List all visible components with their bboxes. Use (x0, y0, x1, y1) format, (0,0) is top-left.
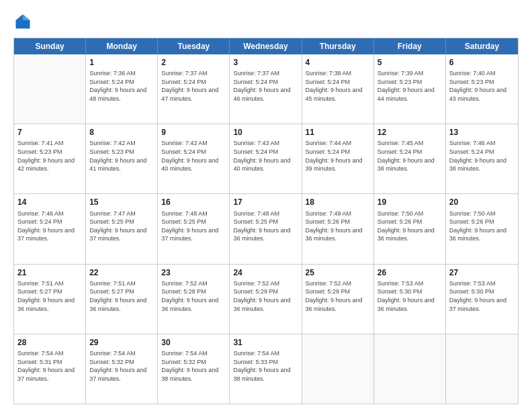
cell-info: Sunrise: 7:51 AMSunset: 5:27 PMDaylight:… (89, 279, 154, 313)
cell-info: Sunrise: 7:48 AMSunset: 5:25 PMDaylight:… (233, 210, 298, 243)
day-number: 12 (378, 127, 442, 138)
day-number: 9 (161, 127, 226, 138)
day-number: 25 (306, 267, 370, 278)
header-day-monday: Monday (86, 38, 158, 54)
cell-info: Sunrise: 7:39 AMSunset: 5:23 PMDaylight:… (378, 69, 442, 103)
cal-cell-23: 23Sunrise: 7:52 AMSunset: 5:28 PMDayligh… (158, 265, 230, 334)
day-number: 8 (89, 127, 154, 138)
cell-info: Sunrise: 7:44 AMSunset: 5:24 PMDaylight:… (306, 139, 370, 173)
cal-cell-31: 31Sunrise: 7:54 AMSunset: 5:33 PMDayligh… (230, 334, 302, 404)
cal-cell-7: 7Sunrise: 7:41 AMSunset: 5:23 PMDaylight… (14, 124, 86, 193)
day-number: 13 (449, 127, 515, 138)
day-number: 1 (89, 57, 154, 68)
cell-info: Sunrise: 7:54 AMSunset: 5:32 PMDaylight:… (89, 349, 154, 383)
header-day-tuesday: Tuesday (158, 38, 230, 54)
cell-info: Sunrise: 7:42 AMSunset: 5:23 PMDaylight:… (89, 139, 154, 173)
cell-info: Sunrise: 7:43 AMSunset: 5:24 PMDaylight:… (233, 139, 298, 173)
day-number: 23 (161, 267, 226, 278)
cal-cell-2: 2Sunrise: 7:37 AMSunset: 5:24 PMDaylight… (158, 54, 230, 124)
cell-info: Sunrise: 7:47 AMSunset: 5:25 PMDaylight:… (89, 210, 154, 243)
day-number: 15 (89, 197, 154, 208)
cal-cell-11: 11Sunrise: 7:44 AMSunset: 5:24 PMDayligh… (302, 124, 374, 193)
day-number: 27 (449, 267, 515, 278)
cal-cell-27: 27Sunrise: 7:53 AMSunset: 5:30 PMDayligh… (446, 265, 518, 334)
day-number: 5 (378, 57, 442, 68)
day-number: 14 (17, 197, 82, 208)
cal-cell-25: 25Sunrise: 7:52 AMSunset: 5:29 PMDayligh… (302, 265, 374, 334)
day-number: 30 (161, 337, 226, 348)
day-number: 18 (306, 197, 370, 208)
day-number: 29 (89, 337, 154, 348)
cell-info: Sunrise: 7:54 AMSunset: 5:32 PMDaylight:… (161, 349, 226, 383)
day-number: 3 (233, 57, 298, 68)
cal-cell-30: 30Sunrise: 7:54 AMSunset: 5:32 PMDayligh… (158, 334, 230, 404)
cal-cell-8: 8Sunrise: 7:42 AMSunset: 5:23 PMDaylight… (86, 124, 158, 193)
cal-cell-empty-4 (302, 334, 374, 404)
cal-cell-17: 17Sunrise: 7:48 AMSunset: 5:25 PMDayligh… (230, 194, 302, 263)
day-number: 19 (378, 197, 442, 208)
logo-icon (13, 12, 32, 31)
cell-info: Sunrise: 7:46 AMSunset: 5:24 PMDaylight:… (17, 210, 82, 243)
cell-info: Sunrise: 7:46 AMSunset: 5:24 PMDaylight:… (449, 139, 515, 173)
week-row-1: 1Sunrise: 7:36 AMSunset: 5:24 PMDaylight… (14, 54, 518, 124)
cell-info: Sunrise: 7:50 AMSunset: 5:26 PMDaylight:… (378, 210, 442, 243)
week-row-2: 7Sunrise: 7:41 AMSunset: 5:23 PMDaylight… (14, 124, 518, 194)
day-number: 4 (306, 57, 370, 68)
cell-info: Sunrise: 7:53 AMSunset: 5:30 PMDaylight:… (449, 279, 515, 313)
cell-info: Sunrise: 7:38 AMSunset: 5:24 PMDaylight:… (306, 69, 370, 103)
cal-cell-16: 16Sunrise: 7:48 AMSunset: 5:25 PMDayligh… (158, 194, 230, 263)
cell-info: Sunrise: 7:41 AMSunset: 5:23 PMDaylight:… (17, 139, 82, 173)
cal-cell-20: 20Sunrise: 7:50 AMSunset: 5:26 PMDayligh… (446, 194, 518, 263)
week-row-4: 21Sunrise: 7:51 AMSunset: 5:27 PMDayligh… (14, 265, 518, 334)
cal-cell-5: 5Sunrise: 7:39 AMSunset: 5:23 PMDaylight… (374, 54, 446, 124)
svg-marker-2 (16, 15, 24, 21)
day-number: 22 (89, 267, 154, 278)
day-number: 2 (161, 57, 226, 68)
cell-info: Sunrise: 7:53 AMSunset: 5:30 PMDaylight:… (378, 279, 442, 313)
cal-cell-6: 6Sunrise: 7:40 AMSunset: 5:23 PMDaylight… (446, 54, 518, 124)
cal-cell-22: 22Sunrise: 7:51 AMSunset: 5:27 PMDayligh… (86, 265, 158, 334)
cal-cell-26: 26Sunrise: 7:53 AMSunset: 5:30 PMDayligh… (374, 265, 446, 334)
week-row-3: 14Sunrise: 7:46 AMSunset: 5:24 PMDayligh… (14, 194, 518, 264)
cal-cell-19: 19Sunrise: 7:50 AMSunset: 5:26 PMDayligh… (374, 194, 446, 263)
day-number: 6 (449, 57, 515, 68)
calendar-header: SundayMondayTuesdayWednesdayThursdayFrid… (14, 38, 518, 54)
cal-cell-24: 24Sunrise: 7:52 AMSunset: 5:29 PMDayligh… (230, 265, 302, 334)
cell-info: Sunrise: 7:49 AMSunset: 5:26 PMDaylight:… (306, 210, 370, 243)
header (13, 12, 519, 31)
day-number: 24 (233, 267, 298, 278)
cal-cell-14: 14Sunrise: 7:46 AMSunset: 5:24 PMDayligh… (14, 194, 86, 263)
cell-info: Sunrise: 7:40 AMSunset: 5:23 PMDaylight:… (449, 69, 515, 103)
header-day-saturday: Saturday (446, 38, 518, 54)
day-number: 10 (233, 127, 298, 138)
cal-cell-9: 9Sunrise: 7:43 AMSunset: 5:24 PMDaylight… (158, 124, 230, 193)
calendar-body: 1Sunrise: 7:36 AMSunset: 5:24 PMDaylight… (14, 54, 518, 404)
cell-info: Sunrise: 7:50 AMSunset: 5:26 PMDaylight:… (449, 210, 515, 243)
header-day-thursday: Thursday (302, 38, 374, 54)
cal-cell-15: 15Sunrise: 7:47 AMSunset: 5:25 PMDayligh… (86, 194, 158, 263)
cell-info: Sunrise: 7:51 AMSunset: 5:27 PMDaylight:… (17, 279, 82, 313)
header-day-wednesday: Wednesday (230, 38, 302, 54)
cell-info: Sunrise: 7:52 AMSunset: 5:29 PMDaylight:… (306, 279, 370, 313)
logo (13, 12, 35, 31)
header-day-friday: Friday (374, 38, 446, 54)
day-number: 31 (233, 337, 298, 348)
cell-info: Sunrise: 7:54 AMSunset: 5:33 PMDaylight:… (233, 349, 298, 383)
cell-info: Sunrise: 7:37 AMSunset: 5:24 PMDaylight:… (161, 69, 226, 103)
day-number: 11 (306, 127, 370, 138)
day-number: 26 (378, 267, 442, 278)
cell-info: Sunrise: 7:48 AMSunset: 5:25 PMDaylight:… (161, 210, 226, 243)
cell-info: Sunrise: 7:45 AMSunset: 5:24 PMDaylight:… (378, 139, 442, 173)
cal-cell-29: 29Sunrise: 7:54 AMSunset: 5:32 PMDayligh… (86, 334, 158, 404)
cal-cell-3: 3Sunrise: 7:37 AMSunset: 5:24 PMDaylight… (230, 54, 302, 124)
cal-cell-empty-6 (446, 334, 518, 404)
cell-info: Sunrise: 7:43 AMSunset: 5:24 PMDaylight:… (161, 139, 226, 173)
cal-cell-empty-5 (374, 334, 446, 404)
cal-cell-10: 10Sunrise: 7:43 AMSunset: 5:24 PMDayligh… (230, 124, 302, 193)
cal-cell-13: 13Sunrise: 7:46 AMSunset: 5:24 PMDayligh… (446, 124, 518, 193)
day-number: 20 (449, 197, 515, 208)
day-number: 28 (17, 337, 82, 348)
header-day-sunday: Sunday (14, 38, 86, 54)
cal-cell-empty-0 (14, 54, 86, 124)
cell-info: Sunrise: 7:52 AMSunset: 5:29 PMDaylight:… (233, 279, 298, 313)
